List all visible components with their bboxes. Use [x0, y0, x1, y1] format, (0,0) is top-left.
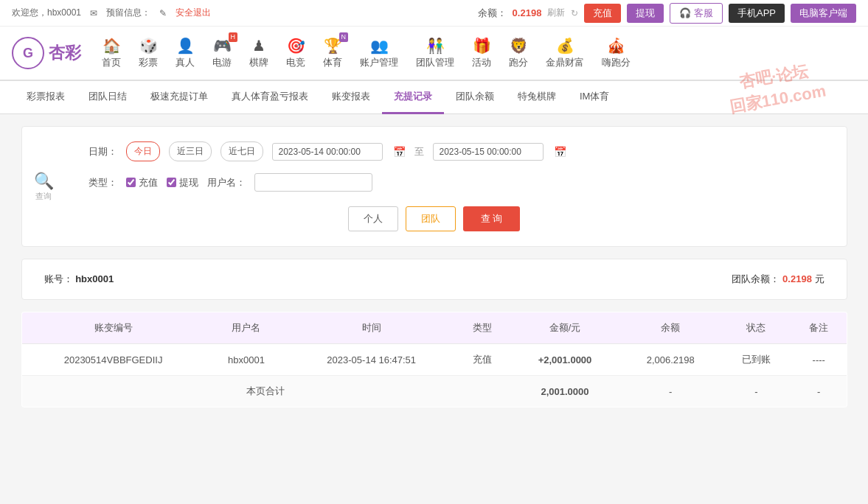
desktop-button[interactable]: 电脑客户端 — [791, 4, 856, 23]
service-button[interactable]: 🎧 客服 — [670, 3, 723, 24]
nav-item-sport[interactable]: N 🏆 体育 — [314, 27, 351, 80]
app-button[interactable]: 手机APP — [729, 4, 785, 23]
today-btn[interactable]: 今日 — [126, 141, 160, 161]
date-to-input[interactable] — [433, 143, 544, 161]
refresh-icon: ↻ — [571, 8, 578, 18]
nav-label-shortrun: 嗨跑分 — [602, 56, 631, 69]
username-label: 用户名： — [207, 176, 246, 189]
run-icon: 🦁 — [510, 37, 528, 55]
withdraw-label: 提现 — [179, 176, 198, 189]
nav-item-activity[interactable]: 🎁 活动 — [463, 27, 500, 80]
nav-label-team: 团队管理 — [416, 56, 454, 69]
footer-balance: - — [620, 376, 721, 407]
type-withdraw-check[interactable]: 提现 — [167, 176, 198, 189]
nav-item-team[interactable]: 👫 团队管理 — [407, 27, 463, 80]
safety-exit-link[interactable]: 安全退出 — [176, 7, 211, 19]
nav-label-egame: 电游 — [212, 56, 232, 69]
nav-item-shortrun[interactable]: 🎪 嗨跑分 — [593, 27, 639, 80]
account-info: 账号： hbx0001 — [44, 273, 114, 286]
team-balance-info: 团队余额： 0.2198 元 — [732, 273, 824, 286]
col-header-id: 账变编号 — [21, 312, 205, 344]
nav-label-run: 跑分 — [509, 56, 528, 69]
nav-item-wealth[interactable]: 💰 金鼎财富 — [537, 27, 593, 80]
date-from-input[interactable] — [272, 143, 383, 161]
logo-text: 杏彩 — [49, 42, 81, 64]
nav-label-chess: 棋牌 — [249, 56, 268, 69]
home-icon: 🏠 — [103, 37, 121, 55]
calendar-from-icon[interactable]: 📅 — [393, 146, 406, 158]
type-recharge-check[interactable]: 充值 — [126, 176, 158, 189]
col-header-remark: 备注 — [791, 312, 847, 344]
date-filter-row: 日期： 今日 近三日 近七日 📅 至 📅 — [88, 141, 824, 161]
date-separator: 至 — [414, 145, 424, 158]
col-header-username: 用户名 — [205, 312, 288, 344]
table-body: 20230514VBBFGEDIIJ hbx0001 2023-05-14 16… — [21, 344, 847, 407]
tab-special-chess[interactable]: 特兔棋牌 — [506, 81, 568, 114]
nav-item-run[interactable]: 🦁 跑分 — [500, 27, 537, 80]
nav-item-egame[interactable]: H 🎮 电游 — [204, 27, 240, 80]
nav-label-activity: 活动 — [472, 56, 491, 69]
table-footer-row: 本页合计 2,001.0000 - - - — [21, 376, 847, 407]
tab-fast-recharge[interactable]: 极速充提订单 — [139, 81, 220, 114]
three-days-btn[interactable]: 近三日 — [169, 141, 212, 161]
egame-badge: H — [229, 32, 238, 42]
nav-item-home[interactable]: 🏠 首页 — [93, 27, 130, 80]
type-filter-row: 类型： 充值 提现 用户名： — [88, 173, 824, 192]
filter-panel: 🔍 查询 日期： 今日 近三日 近七日 📅 至 📅 类型： 充值 提现 用户名： — [21, 126, 847, 247]
lottery-icon: 🎲 — [139, 37, 158, 55]
welcome-text: 欢迎您，hbx0001 — [12, 7, 81, 19]
tab-recharge-record[interactable]: 充提记录 — [382, 81, 444, 114]
wealth-icon: 💰 — [556, 37, 574, 55]
account-label: 账号： — [44, 273, 73, 284]
recharge-checkbox[interactable] — [126, 178, 136, 187]
message-icon[interactable]: ✉ — [90, 8, 97, 18]
tab-real-sport[interactable]: 真人体育盈亏报表 — [220, 81, 320, 114]
tab-im-sport[interactable]: IM体育 — [568, 81, 621, 114]
withdraw-checkbox[interactable] — [167, 178, 176, 187]
cell-time: 2023-05-14 16:47:51 — [288, 344, 455, 376]
team-button[interactable]: 团队 — [406, 206, 456, 231]
logo[interactable]: G 杏彩 — [12, 29, 93, 77]
nav-inner: G 杏彩 🏠 首页 🎲 彩票 👤 真人 H 🎮 电游 ♟ — [12, 27, 856, 80]
type-label: 类型： — [88, 176, 117, 189]
personal-button[interactable]: 个人 — [348, 206, 398, 231]
team-balance-unit: 元 — [815, 273, 824, 284]
nav-item-real[interactable]: 👤 真人 — [167, 27, 204, 80]
seven-days-btn[interactable]: 近七日 — [221, 141, 263, 161]
refresh-button[interactable]: 刷新 — [547, 7, 565, 19]
top-bar-left: 欢迎您，hbx0001 ✉ 预留信息： ✎ 安全退出 — [12, 7, 211, 19]
withdraw-button[interactable]: 提现 — [627, 4, 664, 23]
nav-label-wealth: 金鼎财富 — [546, 56, 584, 69]
footer-amount: 2,001.0000 — [510, 376, 619, 407]
nav-item-account[interactable]: 👥 账户管理 — [351, 27, 407, 80]
username-input[interactable] — [254, 173, 372, 192]
recharge-label: 充值 — [139, 176, 158, 189]
tab-team-daily[interactable]: 团队日结 — [77, 81, 139, 114]
team-balance-label: 团队余额： — [732, 273, 780, 284]
nav-label-sport: 体育 — [323, 56, 342, 69]
tab-account-change[interactable]: 账变报表 — [320, 81, 382, 114]
account-icon: 👥 — [370, 37, 389, 55]
recharge-button[interactable]: 充值 — [584, 4, 621, 23]
preorder-icon[interactable]: ✎ — [159, 8, 167, 18]
real-icon: 👤 — [176, 37, 195, 55]
nav-item-chess[interactable]: ♟ 棋牌 — [240, 27, 277, 80]
nav-item-lottery[interactable]: 🎲 彩票 — [130, 27, 167, 80]
logo-icon: G — [12, 37, 44, 69]
sport-badge: N — [339, 32, 349, 42]
preorder-text: 预留信息： — [106, 7, 150, 19]
tab-team-balance[interactable]: 团队余额 — [444, 81, 506, 114]
nav-item-esport[interactable]: 🎯 电竞 — [277, 27, 314, 80]
tab-lottery-report[interactable]: 彩票报表 — [15, 81, 77, 114]
search-icon-btn[interactable]: 🔍 查询 — [34, 172, 54, 202]
cell-username: hbx0001 — [205, 344, 288, 376]
nav-label-real: 真人 — [176, 56, 195, 69]
calendar-to-icon[interactable]: 📅 — [554, 146, 566, 158]
table-header: 账变编号 用户名 时间 类型 金额/元 余额 状态 备注 — [21, 312, 847, 344]
query-button[interactable]: 查 询 — [463, 206, 521, 231]
top-bar: 欢迎您，hbx0001 ✉ 预留信息： ✎ 安全退出 余额： 0.2198 刷新… — [0, 0, 868, 27]
footer-label: 本页合计 — [21, 376, 510, 407]
nav-items: 🏠 首页 🎲 彩票 👤 真人 H 🎮 电游 ♟ 棋牌 🎯 — [93, 27, 856, 80]
date-label: 日期： — [88, 145, 117, 158]
balance-label: 余额： — [478, 7, 507, 20]
